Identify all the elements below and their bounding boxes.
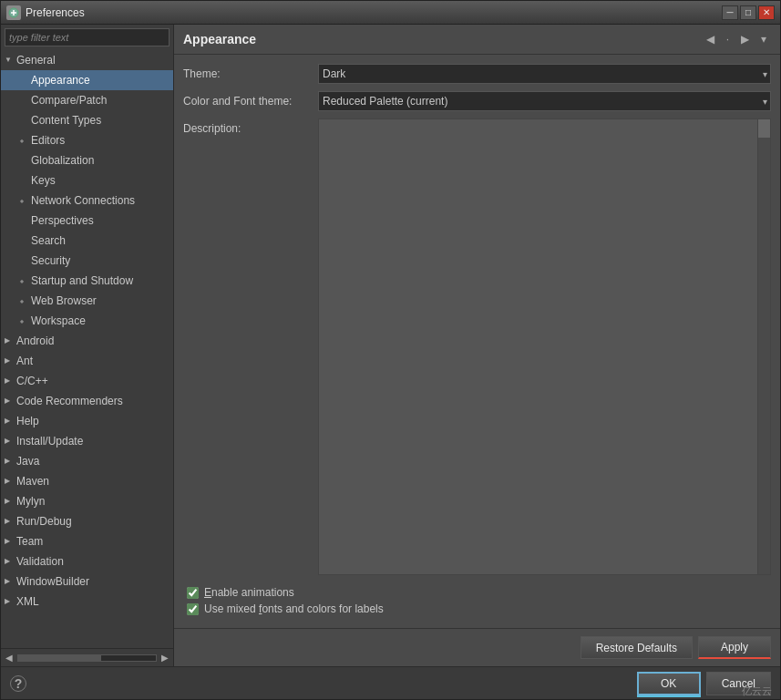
tree-item-label: Globalization [31, 152, 94, 169]
close-button[interactable]: ✕ [758, 5, 775, 20]
tree-item-globalization[interactable]: Globalization [1, 150, 173, 170]
tree-item-label: Search [31, 232, 66, 249]
tree-item-install-update[interactable]: ▶Install/Update [1, 431, 173, 451]
expand-icon: ▶ [5, 593, 14, 610]
scrollbar-thumb [758, 119, 770, 138]
tree-item-general[interactable]: ▼General [1, 50, 173, 70]
tree-item-label: Team [16, 533, 43, 550]
enable-animations-checkbox[interactable] [187, 587, 199, 599]
left-panel: ▼GeneralAppearanceCompare/PatchContent T… [1, 25, 174, 666]
tree-item-label: Maven [16, 473, 49, 489]
tree-item-code-recommenders[interactable]: ▶Code Recommenders [1, 391, 173, 411]
dot-icon: ⬥ [19, 313, 28, 329]
tree-item-label: Editors [31, 132, 65, 149]
tree-item-cpp[interactable]: ▶C/C++ [1, 371, 173, 391]
tree-item-appearance[interactable]: Appearance [1, 70, 173, 90]
tree-item-maven[interactable]: ▶Maven [1, 471, 173, 491]
expand-icon: ▶ [5, 493, 14, 510]
tree-item-label: Appearance [31, 72, 90, 88]
filter-input[interactable] [5, 28, 170, 46]
panel-title: Appearance [183, 32, 256, 46]
tree-item-validation[interactable]: ▶Validation [1, 551, 173, 571]
ok-button-wrapper: OK [637, 672, 701, 695]
tree-item-help[interactable]: ▶Help [1, 411, 173, 431]
right-body: Theme: DarkLightClassicHigh Contrast ▾ C… [174, 55, 780, 628]
tree-item-label: Perspectives [31, 212, 94, 229]
preferences-window: Preferences ─ □ ✕ ▼GeneralAppearanceComp… [0, 0, 781, 700]
tree-item-label: Compare/Patch [31, 92, 107, 108]
description-box [318, 118, 771, 575]
tree-item-run-debug[interactable]: ▶Run/Debug [1, 511, 173, 531]
tree-item-mylyn[interactable]: ▶Mylyn [1, 491, 173, 511]
tree-item-perspectives[interactable]: Perspectives [1, 211, 173, 231]
tree-item-compare-patch[interactable]: Compare/Patch [1, 90, 173, 110]
nav-dot-button[interactable]: · [722, 30, 734, 48]
tree-item-search[interactable]: Search [1, 231, 173, 251]
tree-item-java[interactable]: ▶Java [1, 451, 173, 471]
expand-icon: ▶ [5, 373, 14, 389]
maximize-button[interactable]: □ [740, 5, 756, 20]
back-arrow[interactable]: ◀ [3, 652, 15, 664]
tree-item-web-browser[interactable]: ⬥Web Browser [1, 291, 173, 311]
tree-item-label: Workspace [31, 313, 86, 329]
window-title: Preferences [26, 6, 722, 19]
theme-select-wrapper: DarkLightClassicHigh Contrast ▾ [318, 64, 771, 84]
right-panel: Appearance ◀ · ▶ ▾ Theme: DarkLightClass… [174, 25, 780, 666]
tree-area: ▼GeneralAppearanceCompare/PatchContent T… [1, 50, 173, 648]
tree-item-android[interactable]: ▶Android [1, 331, 173, 351]
nav-dropdown-button[interactable]: ▾ [756, 30, 771, 48]
mixed-fonts-checkbox[interactable] [187, 603, 199, 615]
window-icon [6, 5, 21, 20]
scroll-track[interactable] [17, 654, 157, 662]
nav-back-button[interactable]: ◀ [702, 30, 719, 48]
tree-item-label: Android [16, 333, 54, 349]
tree-item-label: Help [16, 413, 39, 429]
tree-item-windowbuilder[interactable]: ▶WindowBuilder [1, 571, 173, 592]
tree-item-label: Code Recommenders [16, 393, 123, 409]
tree-item-security[interactable]: Security [1, 251, 173, 271]
forward-arrow[interactable]: ▶ [159, 652, 171, 664]
title-bar: Preferences ─ □ ✕ [1, 1, 780, 25]
window-controls: ─ □ ✕ [722, 5, 775, 20]
theme-label: Theme: [183, 67, 311, 80]
tree-item-ant[interactable]: ▶Ant [1, 351, 173, 371]
tree-item-xml[interactable]: ▶XML [1, 592, 173, 612]
tree-item-label: Content Types [31, 112, 101, 129]
tree-item-team[interactable]: ▶Team [1, 531, 173, 551]
left-panel-bottom: ◀ ▶ [1, 648, 173, 666]
color-font-select[interactable]: Reduced Palette (current)ClassicDefault [318, 91, 771, 111]
nav-forward-button[interactable]: ▶ [736, 30, 754, 48]
theme-select[interactable]: DarkLightClassicHigh Contrast [318, 64, 771, 84]
expand-icon: ▶ [5, 573, 14, 590]
tree-item-label: Network Connections [31, 192, 135, 209]
tree-item-label: Install/Update [16, 433, 83, 449]
expand-icon: ▶ [5, 553, 14, 570]
dot-icon: ⬥ [19, 293, 28, 309]
minimize-button[interactable]: ─ [722, 5, 738, 20]
tree-item-startup-shutdown[interactable]: ⬥Startup and Shutdow [1, 271, 173, 291]
ok-button[interactable]: OK [637, 672, 701, 695]
restore-defaults-button[interactable]: Restore Defaults [581, 636, 693, 659]
header-nav: ◀ · ▶ ▾ [702, 30, 771, 48]
tree-item-editors[interactable]: ⬥Editors [1, 130, 173, 150]
main-content: ▼GeneralAppearanceCompare/PatchContent T… [1, 25, 780, 666]
description-scrollbar[interactable] [757, 119, 770, 574]
tree-item-content-types[interactable]: Content Types [1, 110, 173, 130]
tree-item-label: Ant [16, 353, 33, 369]
checkbox-animations-row: Enable animations [187, 586, 771, 599]
tree-item-label: Startup and Shutdow [31, 273, 133, 289]
tree-item-label: Web Browser [31, 293, 97, 309]
expand-icon: ▶ [5, 413, 14, 429]
tree-item-keys[interactable]: Keys [1, 170, 173, 190]
help-button[interactable]: ? [10, 675, 26, 692]
description-area: Description: [183, 118, 771, 575]
expand-icon: ▶ [5, 513, 14, 530]
dot-icon: ⬥ [19, 273, 28, 289]
theme-row: Theme: DarkLightClassicHigh Contrast ▾ [183, 64, 771, 84]
ok-underline [637, 695, 701, 697]
color-font-label: Color and Font theme: [183, 95, 311, 108]
apply-button[interactable]: Apply [698, 636, 771, 659]
tree-item-network-connections[interactable]: ⬥Network Connections [1, 190, 173, 211]
tree-item-label: Run/Debug [16, 513, 72, 530]
tree-item-workspace[interactable]: ⬥Workspace [1, 311, 173, 331]
